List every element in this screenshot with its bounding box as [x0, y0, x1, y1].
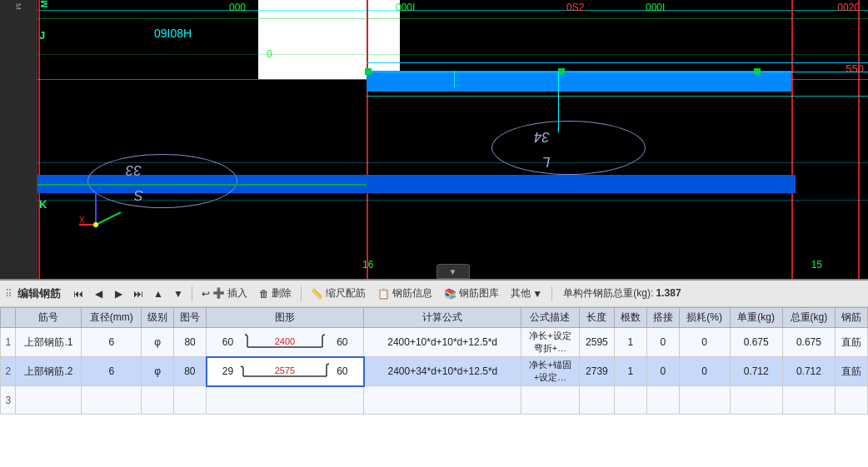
- cad-dim-label2: 000I: [396, 2, 415, 13]
- cell-diameter[interactable]: [82, 386, 142, 415]
- cell-loss[interactable]: 0: [679, 328, 730, 357]
- cell-loss[interactable]: 0: [679, 357, 730, 386]
- cell-length[interactable]: [579, 386, 614, 415]
- scale-btn[interactable]: 📏 缩尺配筋: [306, 285, 371, 303]
- cell-shape-num[interactable]: [174, 386, 207, 415]
- cell-total-weight[interactable]: 0.675: [782, 328, 835, 357]
- cell-shape-num[interactable]: 80: [174, 357, 207, 386]
- j-label: J: [39, 29, 45, 42]
- cad-viewport: M 000 000I 0S2 000I 0020 J K M 09I08H 0: [0, 0, 868, 279]
- cell-type[interactable]: [836, 386, 868, 415]
- cell-count[interactable]: 1: [614, 328, 646, 357]
- cell-grade[interactable]: φ: [142, 328, 174, 357]
- cell-unit-weight[interactable]: [730, 386, 782, 415]
- shape-left-num: 60: [222, 336, 233, 348]
- cell-num[interactable]: [16, 386, 82, 415]
- rebar-left-bottom: S: [134, 186, 143, 203]
- cell-desc[interactable]: [521, 386, 579, 415]
- drag-handle[interactable]: ⠿: [5, 288, 12, 300]
- cell-grade[interactable]: φ: [142, 357, 174, 386]
- cell-num[interactable]: 上部钢筋.2: [16, 357, 82, 386]
- cell-total-weight[interactable]: 0.712: [782, 357, 835, 386]
- other-btn[interactable]: 其他 ▼: [506, 285, 547, 303]
- first-btn[interactable]: ⏮: [69, 285, 87, 303]
- cell-type[interactable]: 直筋: [836, 357, 868, 386]
- rebar-lib-label: 钢筋图库: [459, 286, 499, 301]
- cell-desc[interactable]: 净长+设定弯折+…: [521, 328, 579, 357]
- rebar-info-label: 钢筋信息: [392, 286, 432, 301]
- cell-overlap[interactable]: 0: [646, 357, 679, 386]
- delete-btn[interactable]: 🗑 删除: [254, 285, 297, 303]
- cell-type[interactable]: 直筋: [836, 328, 868, 357]
- dim-arrow: [454, 71, 455, 87]
- cell-count[interactable]: [614, 386, 646, 415]
- cell-overlap[interactable]: 0: [646, 328, 679, 357]
- rebar-right-top: 34: [534, 128, 550, 145]
- table-row[interactable]: 3: [1, 386, 868, 415]
- table-row[interactable]: 1 上部钢筋.1 6 φ 80 60: [1, 328, 868, 357]
- ellipse-right: 34 L: [491, 121, 646, 175]
- rebar-library-btn[interactable]: 📚 钢筋图库: [439, 285, 504, 303]
- th-count: 根数: [614, 308, 646, 328]
- cell-length[interactable]: 2739: [579, 357, 614, 386]
- cell-formula[interactable]: 2400+10*d+10*d+12.5*d: [364, 328, 521, 357]
- table-row[interactable]: 2 上部钢筋.2 6 φ 80 29: [1, 357, 868, 386]
- svg-text:X: X: [79, 216, 85, 225]
- th-type: 钢筋: [836, 308, 868, 328]
- up-btn[interactable]: ▲: [149, 285, 167, 303]
- other-label: 其他: [511, 286, 531, 301]
- rebar-left-top: 33: [126, 161, 142, 178]
- cell-id: 1: [1, 328, 16, 357]
- insert-icon: ↩: [202, 288, 210, 300]
- cell-formula[interactable]: 2400+34*d+10*d+12.5*d: [364, 357, 521, 386]
- cell-shape[interactable]: 29 2575 60: [207, 357, 364, 386]
- cad-drawing: 000 000I 0S2 000I 0020 J K M 09I08H 0: [37, 0, 868, 279]
- th-total-weight: 总重(kg): [782, 308, 835, 328]
- cell-diameter[interactable]: 6: [82, 357, 142, 386]
- cell-num[interactable]: 上部钢筋.1: [16, 328, 82, 357]
- axis-indicator: Z X: [79, 183, 129, 233]
- prev-btn[interactable]: ◀: [89, 285, 107, 303]
- cell-shape[interactable]: [207, 386, 364, 415]
- v-line-2: [791, 0, 793, 279]
- shape-left-num-2: 29: [222, 365, 233, 377]
- cell-length[interactable]: 2595: [579, 328, 614, 357]
- th-desc: 公式描述: [521, 308, 579, 328]
- th-unit-weight: 单重(kg): [730, 308, 782, 328]
- th-diameter: 直径(mm): [82, 308, 142, 328]
- table-container[interactable]: 筋号 直径(mm) 级别 图号 图形 计算公式 公式描述 长度 根数 搭接 损耗…: [0, 307, 868, 467]
- insert-label: ➕ 插入: [212, 286, 247, 301]
- cell-id: 3: [1, 386, 16, 415]
- scale-icon: 📏: [311, 288, 323, 300]
- cell-unit-weight[interactable]: 0.675: [730, 328, 782, 357]
- insert-btn[interactable]: ↩ ➕ 插入: [197, 285, 252, 303]
- rebar-lib-icon: 📚: [444, 288, 456, 300]
- cell-total-weight[interactable]: [782, 386, 835, 415]
- svg-text:2575: 2575: [275, 365, 295, 375]
- cell-shape[interactable]: 60 2400 60: [207, 328, 364, 357]
- cell-loss[interactable]: [679, 386, 730, 415]
- toolbar-title: 编辑钢筋: [17, 286, 61, 301]
- cell-diameter[interactable]: 6: [82, 328, 142, 357]
- left-panel: M: [0, 0, 37, 279]
- down-btn[interactable]: ▼: [169, 285, 187, 303]
- beam-outline: [367, 62, 868, 72]
- h-line-2: [367, 96, 868, 97]
- collapse-btn[interactable]: ▼: [436, 264, 470, 279]
- cell-overlap[interactable]: [646, 386, 679, 415]
- cell-unit-weight[interactable]: 0.712: [730, 357, 782, 386]
- bottom-16: 16: [362, 259, 373, 271]
- cell-formula[interactable]: [364, 386, 521, 415]
- th-id: [1, 308, 16, 328]
- cell-desc[interactable]: 净长+锚固+设定…: [521, 357, 579, 386]
- scale-label: 缩尺配筋: [326, 286, 366, 301]
- rebar-info-btn[interactable]: 📋 钢筋信息: [372, 285, 437, 303]
- cad-dim-label3: 0S2: [566, 2, 584, 13]
- shape-right-num: 60: [337, 336, 347, 348]
- cell-count[interactable]: 1: [614, 357, 646, 386]
- cell-shape-num[interactable]: 80: [174, 328, 207, 357]
- svg-line-4: [96, 212, 121, 225]
- cell-grade[interactable]: [142, 386, 174, 415]
- next-btn[interactable]: ▶: [109, 285, 127, 303]
- last-btn[interactable]: ⏭: [129, 285, 147, 303]
